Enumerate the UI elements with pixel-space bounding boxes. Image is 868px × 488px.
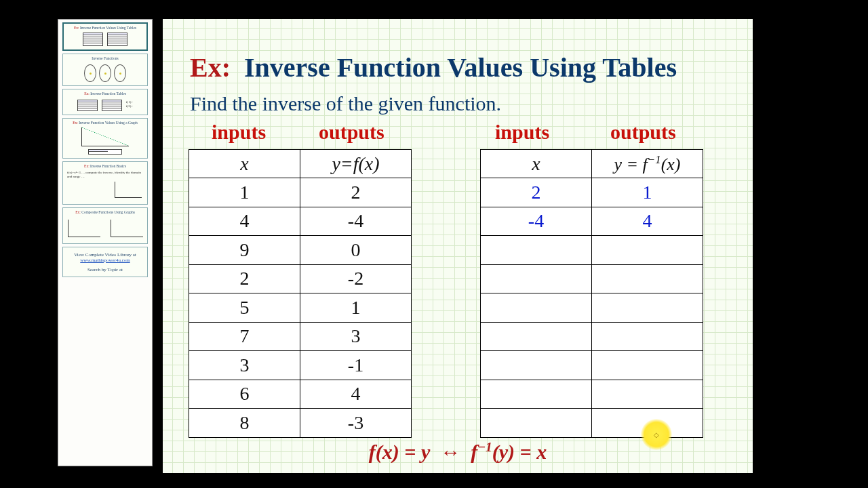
- main-slide: Ex: Inverse Function Values Using Tables…: [163, 19, 753, 473]
- table-row: 90: [189, 236, 412, 265]
- table-row: 21: [481, 178, 703, 207]
- table-row: 64: [189, 380, 412, 409]
- annotation-inputs-right: inputs: [495, 121, 549, 144]
- thumbnail-sidebar: Ex: Inverse Function Values Using Tables…: [58, 19, 153, 466]
- annotation-outputs-left: outputs: [319, 121, 384, 144]
- table-row: xy=f(x): [189, 150, 412, 178]
- table-row: [481, 351, 703, 380]
- function-table: xy=f(x) 12 4-4 90 2-2 51 73 3-1 64 8-3: [189, 149, 412, 438]
- sidebar-footer: View Complete Video Library at www.mathi…: [62, 247, 148, 277]
- table-row: 12: [189, 178, 412, 207]
- table-row: 73: [189, 322, 412, 351]
- table-row: 3-1: [189, 351, 412, 380]
- thumbnail-2[interactable]: Inverse Functions: [62, 54, 148, 87]
- table-row: 2-2: [189, 264, 412, 293]
- table-row: [481, 322, 703, 351]
- thumbnail-4[interactable]: Ex: Inverse Function Values Using a Grap…: [62, 118, 148, 159]
- table-row: [481, 236, 703, 265]
- thumbnail-5[interactable]: Ex: Inverse Function Basics f(x)=x²−3 … …: [62, 161, 148, 205]
- cursor-highlight-icon: [641, 419, 672, 450]
- table-row: xy = f−1(x): [481, 150, 703, 178]
- thumbnail-3[interactable]: Ex: Inverse Function Tables f(1)=f(3)=: [62, 89, 148, 115]
- annotation-inputs-left: inputs: [212, 121, 266, 144]
- table-row: 51: [189, 293, 412, 323]
- table-row: 8-3: [189, 409, 412, 438]
- slide-subtitle: Find the inverse of the given function.: [190, 92, 501, 115]
- table-row: [481, 264, 703, 293]
- table-row: 4-4: [189, 207, 412, 236]
- inverse-function-table: xy = f−1(x) 21 -44: [480, 149, 703, 438]
- thumbnail-6[interactable]: Ex: Composite Functions Using Graphs: [62, 207, 148, 244]
- table-row: [481, 380, 703, 409]
- table-row: -44: [481, 207, 703, 236]
- table-row: [481, 293, 703, 323]
- thumbnail-1[interactable]: Ex: Inverse Function Values Using Tables: [62, 22, 148, 51]
- library-link[interactable]: www.mathispower4u.com: [64, 258, 146, 263]
- slide-title: Ex: Inverse Function Values Using Tables: [190, 52, 739, 83]
- annotation-outputs-right: outputs: [610, 121, 676, 144]
